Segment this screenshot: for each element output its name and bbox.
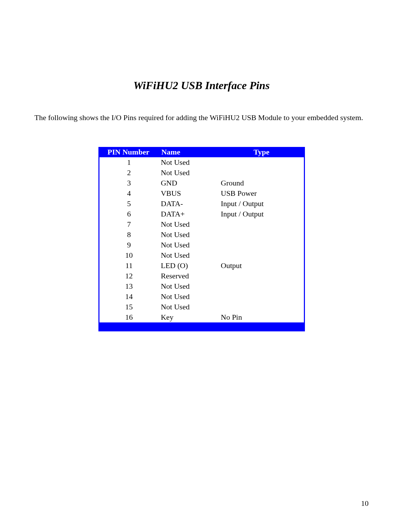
cell-type: Input / Output [219, 199, 305, 209]
cell-type [219, 168, 305, 178]
cell-pin-number: 14 [99, 291, 159, 302]
cell-name: Not Used [159, 230, 219, 240]
cell-type [219, 302, 305, 312]
cell-pin-number: 8 [99, 230, 159, 240]
table-row: 10Not Used [99, 250, 304, 260]
cell-name: Not Used [159, 157, 219, 168]
table-header-row: PIN Number Name Type [99, 147, 304, 157]
pin-table: PIN Number Name Type 1Not Used2Not Used3… [98, 147, 305, 331]
table-footer-row [99, 322, 304, 331]
table-row: 1Not Used [99, 157, 304, 168]
cell-name: LED (O) [159, 260, 219, 271]
page-title: WiFiHU2 USB Interface Pins [34, 79, 369, 92]
cell-pin-number: 16 [99, 312, 159, 322]
cell-name: Not Used [159, 250, 219, 260]
cell-type [219, 250, 305, 260]
cell-name: VBUS [159, 188, 219, 199]
header-name: Name [159, 147, 219, 157]
cell-name: Not Used [159, 168, 219, 178]
table-row: 9Not Used [99, 240, 304, 250]
cell-type [219, 291, 305, 302]
cell-name: Reserved [159, 271, 219, 281]
cell-pin-number: 12 [99, 271, 159, 281]
table-row: 3GNDGround [99, 178, 304, 188]
header-pin-number: PIN Number [99, 147, 159, 157]
cell-pin-number: 11 [99, 260, 159, 271]
cell-pin-number: 1 [99, 157, 159, 168]
cell-type [219, 157, 305, 168]
table-row: 5DATA-Input / Output [99, 199, 304, 209]
cell-pin-number: 7 [99, 219, 159, 230]
cell-type [219, 219, 305, 230]
cell-type: Input / Output [219, 209, 305, 219]
cell-name: GND [159, 178, 219, 188]
table-row: 16KeyNo Pin [99, 312, 304, 322]
cell-name: Key [159, 312, 219, 322]
footer-cell [219, 322, 305, 331]
intro-paragraph: The following shows the I/O Pins require… [34, 113, 369, 123]
cell-type: Output [219, 260, 305, 271]
header-type: Type [219, 147, 305, 157]
cell-type [219, 240, 305, 250]
cell-name: DATA- [159, 199, 219, 209]
cell-type [219, 271, 305, 281]
cell-name: Not Used [159, 240, 219, 250]
page-number: 10 [361, 499, 369, 508]
cell-type: Ground [219, 178, 305, 188]
cell-pin-number: 3 [99, 178, 159, 188]
cell-type: No Pin [219, 312, 305, 322]
cell-pin-number: 5 [99, 199, 159, 209]
cell-name: Not Used [159, 302, 219, 312]
cell-pin-number: 15 [99, 302, 159, 312]
cell-pin-number: 6 [99, 209, 159, 219]
table-row: 7Not Used [99, 219, 304, 230]
table-row: 14Not Used [99, 291, 304, 302]
table-row: 4VBUSUSB Power [99, 188, 304, 199]
table-row: 8Not Used [99, 230, 304, 240]
cell-name: Not Used [159, 219, 219, 230]
table-row: 15Not Used [99, 302, 304, 312]
cell-pin-number: 2 [99, 168, 159, 178]
cell-type: USB Power [219, 188, 305, 199]
table-row: 11LED (O)Output [99, 260, 304, 271]
pin-table-wrapper: PIN Number Name Type 1Not Used2Not Used3… [98, 147, 305, 331]
cell-pin-number: 13 [99, 281, 159, 291]
cell-pin-number: 10 [99, 250, 159, 260]
cell-type [219, 230, 305, 240]
table-row: 12Reserved [99, 271, 304, 281]
footer-cell [99, 322, 159, 331]
table-row: 13Not Used [99, 281, 304, 291]
cell-name: Not Used [159, 281, 219, 291]
cell-name: Not Used [159, 291, 219, 302]
cell-pin-number: 4 [99, 188, 159, 199]
footer-cell [159, 322, 219, 331]
table-row: 6DATA+Input / Output [99, 209, 304, 219]
cell-type [219, 281, 305, 291]
cell-name: DATA+ [159, 209, 219, 219]
table-row: 2Not Used [99, 168, 304, 178]
cell-pin-number: 9 [99, 240, 159, 250]
